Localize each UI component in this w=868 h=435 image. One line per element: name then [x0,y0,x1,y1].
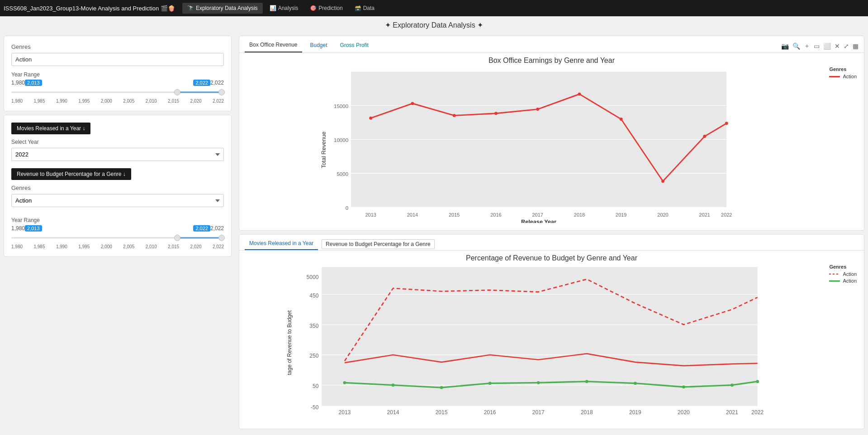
legend-line-1 [829,76,840,77]
svg-text:2021: 2021 [726,409,738,416]
slider-fill-1 [177,92,222,93]
svg-text:2013: 2013 [339,409,351,416]
svg-point-57 [489,382,492,385]
svg-point-21 [369,117,372,120]
select-year-label: Select Year [11,139,224,145]
chart-area: Box Office Revenue Budget Gross Profit 📷… [235,32,868,433]
chart-tabs-2: Movies Released in a Year Revenue to Bud… [239,235,864,251]
svg-text:50: 50 [313,383,319,389]
svg-text:-50: -50 [311,404,319,411]
year-range-label-1: Year Range [11,71,224,78]
svg-text:350: 350 [309,323,318,329]
slider-thumb-left-1[interactable] [174,89,180,95]
plus-icon[interactable]: ＋ [804,42,810,50]
svg-text:2018: 2018 [581,409,593,416]
revenue-budget-button[interactable]: Revenue to Budget Percentage for a Genre… [11,168,131,180]
svg-text:2016: 2016 [490,212,501,218]
eda-icon: 🔭 [187,5,194,11]
svg-text:2014: 2014 [387,409,399,416]
svg-text:0: 0 [346,205,348,211]
svg-text:2019: 2019 [629,409,641,416]
svg-point-30 [725,122,728,125]
svg-text:2020: 2020 [678,409,690,416]
svg-text:2020: 2020 [657,212,668,218]
camera-icon[interactable]: 📷 [781,43,789,50]
svg-point-58 [537,381,540,384]
tab-analysis[interactable]: 📊 Analysis [265,3,304,14]
svg-text:2014: 2014 [407,212,418,218]
tab-movies-released[interactable]: Movies Released in a Year [245,238,318,250]
svg-point-26 [578,93,581,96]
chart-tabs-1: Box Office Revenue Budget Gross Profit 📷… [239,36,864,53]
svg-point-25 [536,108,539,111]
main-layout: Genres Action Year Range 1,980 2,013 2,0… [0,32,868,433]
data-icon: 🗃️ [355,5,361,11]
genres-select-2[interactable]: ActionComedyDrama [11,194,224,207]
movies-released-button[interactable]: Movies Released in a Year ↓ [11,123,90,134]
year-range-slider-1[interactable] [11,88,224,97]
slider-thumb-left-2[interactable] [174,235,180,241]
legend-item-dashed: Action [829,271,857,277]
svg-point-23 [453,114,456,117]
svg-text:2015: 2015 [449,212,460,218]
svg-text:2019: 2019 [616,212,626,218]
svg-text:2017: 2017 [532,212,543,218]
chart-legend-1: Genres Action [829,66,857,80]
svg-text:Total Revenue: Total Revenue [321,132,327,168]
chart-legend-2: Genres Action Action [829,264,857,285]
svg-point-22 [411,102,414,105]
slider-thumb-right-1[interactable] [218,89,225,95]
chart-card-2: Movies Released in a Year Revenue to Bud… [239,234,864,429]
svg-point-59 [585,380,588,383]
slider-fill-2 [177,237,222,239]
tab-prediction[interactable]: 🎯 Prediction [305,3,347,14]
svg-text:250: 250 [309,353,318,359]
svg-text:15000: 15000 [334,104,348,109]
svg-text:2017: 2017 [532,409,545,416]
chart1-svg: 0 5000 10000 15000 Total Revenue 2013 20… [247,66,821,223]
year-select[interactable]: 2022202120202019 2018201720162015 201420… [11,148,224,161]
box-select-icon[interactable]: ⬜ [823,43,831,50]
year-range-slider-2[interactable] [11,233,224,242]
slider-thumb-right-2[interactable] [218,235,225,241]
chart-title-2: Percentage of Revenue to Budget by Genre… [239,251,864,264]
tab-revenue-budget[interactable]: Revenue to Budget Percentage for a Genre [322,239,435,249]
zoom-icon[interactable]: 🔍 [792,43,800,50]
genres-label-2: Genres [11,184,224,191]
analysis-icon: 📊 [270,5,276,11]
x-icon[interactable]: ✕ [835,43,840,50]
chart-body-2: Genres Action Action [239,264,864,429]
range-display-2: 1,980 2,013 2,022 2,022 [11,225,224,232]
chart-card-1: Box Office Revenue Budget Gross Profit 📷… [239,36,864,231]
tab-gross-profit[interactable]: Gross Profit [336,40,373,52]
tab-budget[interactable]: Budget [306,40,332,52]
slider-ticks-1: 1,9801,9851,9901,9952,000 2,0052,0102,01… [11,99,224,104]
svg-text:2013: 2013 [365,212,376,218]
tab-eda[interactable]: 🔭 Exploratory Data Analysis [182,3,263,14]
expand-icon[interactable]: ⤢ [844,43,849,50]
box-office-filter-card: Genres Action Year Range 1,980 2,013 2,0… [4,36,232,111]
page-title: ✦ Exploratory Data Analysis ✦ [0,16,868,32]
minus-icon[interactable]: ▭ [814,43,820,50]
svg-point-56 [440,386,443,389]
svg-text:2015: 2015 [436,409,448,416]
svg-point-24 [494,112,498,115]
svg-text:2022: 2022 [751,409,764,416]
svg-text:5000: 5000 [307,274,319,280]
tab-box-office[interactable]: Box Office Revenue [245,40,302,52]
genres-label-1: Genres [11,43,224,50]
tab-data[interactable]: 🗃️ Data [350,3,379,14]
svg-text:2018: 2018 [574,212,585,218]
chart2-svg: -50 50 250 350 450 5000 tage of Revenue … [247,264,821,421]
legend-line-dashed [829,274,840,274]
svg-point-54 [343,381,346,384]
bar-chart-icon[interactable]: ▦ [853,43,859,50]
svg-point-29 [703,135,706,138]
svg-text:10000: 10000 [334,137,348,143]
svg-point-28 [661,180,664,183]
svg-point-55 [392,383,395,387]
legend-item-green: Action [829,278,857,284]
genres-input-1[interactable]: Action [11,53,224,66]
chart-title-1: Box Office Earnings by Genre and Year [239,53,864,66]
sidebar: Genres Action Year Range 1,980 2,013 2,0… [0,32,235,433]
